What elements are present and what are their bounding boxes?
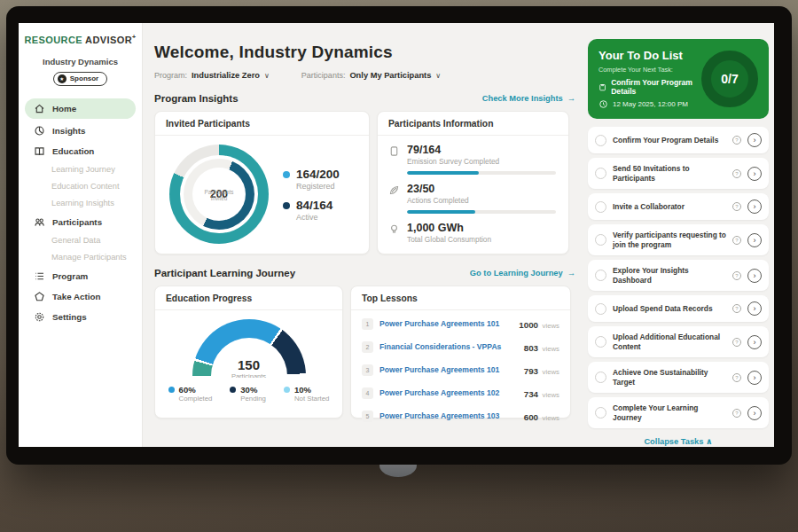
task-label: Verify participants requesting to join t… [613,231,726,249]
sidebar-item-settings[interactable]: Settings [19,307,142,327]
survey-icon [388,145,400,157]
participants-information-card: Participants Information 79/164 Emission… [377,111,569,254]
sidebar-item-home[interactable]: Home [25,98,136,119]
info-icon[interactable]: ? [732,202,741,211]
todo-header-card: Your To Do List Complete Your Next Task:… [588,39,769,119]
lesson-link[interactable]: Financial Considerations - VPPAs [379,342,518,351]
collapse-tasks-link[interactable]: Collapse Tasks ∧ [588,436,769,446]
completed-dot [168,387,175,393]
task-row[interactable]: Confirm Your Program Details ? › [588,127,769,153]
lesson-link[interactable]: Power Purchase Agreements 101 [379,365,518,374]
sidebar-item-education-content[interactable]: Education Content [19,178,142,195]
program-filter-label: Program: [154,71,187,80]
lesson-link[interactable]: Power Purchase Agreements 102 [379,388,518,397]
task-chevron-button[interactable]: › [747,371,762,385]
program-filter[interactable]: Program: Industrialize Zero ∨ [154,71,270,80]
lesson-link[interactable]: Power Purchase Agreements 101 [379,319,512,328]
lesson-row: 2 Financial Considerations - VPPAs 803 v… [351,335,570,358]
todo-panel: Your To Do List Complete Your Next Task:… [584,23,774,447]
not-started-dot [284,387,290,393]
lesson-views: 600 views [524,408,559,424]
info-icon[interactable]: ? [732,236,741,245]
participants-filter-value: Only My Participants [349,71,431,80]
task-row[interactable]: Explore Your Insights Dashboard ? › [588,260,769,291]
lesson-rank: 4 [362,387,373,399]
task-checkbox[interactable] [595,168,606,179]
task-label: Explore Your Insights Dashboard [613,266,726,285]
arrow-right-icon: → [567,94,575,103]
task-row[interactable]: Upload Spend Data Records ? › [588,295,769,322]
logo-primary: RESOURCE [24,35,82,45]
info-icon[interactable]: ? [732,271,741,280]
task-checkbox[interactable] [595,407,606,419]
task-checkbox[interactable] [595,234,606,246]
task-chevron-button[interactable]: › [747,167,762,181]
task-chevron-button[interactable]: › [747,200,762,214]
task-chevron-button[interactable]: › [747,301,762,316]
task-chevron-button[interactable]: › [747,233,762,247]
task-checkbox[interactable] [595,372,606,383]
info-icon[interactable]: ? [732,169,741,178]
task-row[interactable]: Complete Your Learning Journey ? › [588,397,769,428]
sidebar-item-manage-participants[interactable]: Manage Participants [19,249,142,266]
todo-due-date: 12 May 2025, 12:00 PM [613,100,688,108]
check-more-insights-link[interactable]: Check More Insights → [482,94,575,103]
task-label: Confirm Your Program Details [613,136,726,145]
lesson-link[interactable]: Power Purchase Agreements 103 [379,411,518,420]
info-icon[interactable]: ? [732,373,741,382]
invited-participants-card-title: Invited Participants [155,112,369,136]
sidebar-item-program[interactable]: Program [19,266,142,286]
sidebar-item-insights[interactable]: Insights [19,121,142,141]
sidebar-item-general-data[interactable]: General Data [19,232,142,249]
sidebar-item-learning-journey[interactable]: Learning Journey [19,161,142,178]
task-row[interactable]: Upload Additional Educational Content ? … [588,326,769,357]
info-icon[interactable]: ? [732,304,741,313]
arrow-right-icon: → [567,269,575,278]
info-icon[interactable]: ? [732,136,741,145]
task-row[interactable]: Achieve One Sustainability Target ? › [588,362,769,393]
clipboard-icon [598,82,606,92]
lesson-views: 803 views [524,339,559,355]
lesson-views: 734 views [524,385,559,401]
task-chevron-button[interactable]: › [747,133,762,147]
task-chevron-button[interactable]: › [747,335,762,349]
task-chevron-button[interactable]: › [747,406,762,420]
task-row[interactable]: Send 50 Invitations to Participants ? › [588,158,769,189]
sidebar-item-take-action[interactable]: Take Action [19,286,142,307]
task-checkbox[interactable] [595,201,606,213]
info-icon[interactable]: ? [732,338,741,347]
todo-progress-ring: 0/7 [701,51,758,107]
program-icon [34,270,45,282]
top-lessons-card-title: Top Lessons [351,286,570,310]
task-checkbox[interactable] [595,303,606,315]
sponsor-badge-label: Sponsor [70,74,98,82]
logo-secondary: ADVISOR [85,35,132,45]
program-insights-title: Program Insights [154,93,239,104]
sidebar-item-education[interactable]: Education [19,141,142,161]
invited-participants-card: Invited Participants 200 Participants In… [154,111,370,254]
active-dot [283,202,290,209]
sponsor-badge[interactable]: ★ Sponsor [53,72,107,86]
task-label: Achieve One Sustainability Target [613,368,726,387]
info-icon[interactable]: ? [732,409,741,418]
task-chevron-button[interactable]: › [747,269,762,283]
participants-filter-label: Participants: [301,71,346,80]
insights-icon [34,125,45,137]
go-to-learning-journey-link[interactable]: Go to Learning Journey → [470,269,575,278]
participants-filter[interactable]: Participants: Only My Participants ∨ [301,71,441,80]
take-action-icon [34,291,45,302]
sidebar-item-participants[interactable]: Participants [19,212,142,232]
task-checkbox[interactable] [595,135,606,146]
page-title: Welcome, Industry Dynamics [154,43,575,62]
todo-subtitle: Complete Your Next Task: [598,66,701,74]
task-checkbox[interactable] [595,336,606,348]
org-name: Industry Dynamics [19,57,142,66]
task-row[interactable]: Invite a Collaborator ? › [588,193,769,220]
lesson-row: 1 Power Purchase Agreements 101 1000 vie… [351,312,570,335]
education-progress-card: Education Progress 150 Participants 60% … [154,286,343,419]
task-label: Complete Your Learning Journey [613,403,726,422]
learning-journey-title: Participant Learning Journey [154,268,295,278]
task-row[interactable]: Verify participants requesting to join t… [588,224,769,255]
sidebar-item-learning-insights[interactable]: Learning Insights [19,195,142,212]
task-checkbox[interactable] [595,270,606,281]
